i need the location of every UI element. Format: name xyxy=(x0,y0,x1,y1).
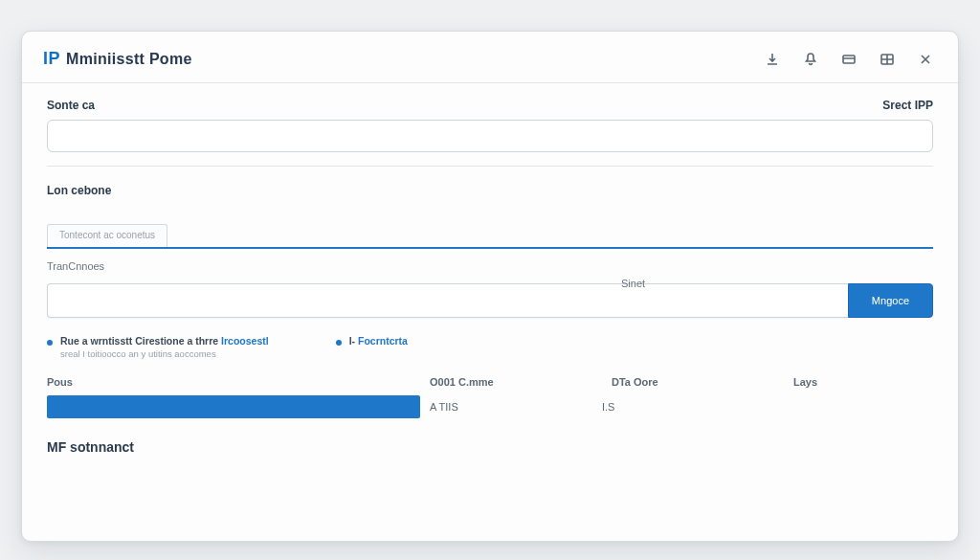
col-3-header: DTa Oore xyxy=(612,376,793,388)
app-window: IP Mminiisstt Pome Sonte ca xyxy=(21,31,959,542)
connection-section: Lon cebone Tontecont ac oconetus TranCnn… xyxy=(47,167,933,455)
download-icon[interactable] xyxy=(765,52,780,67)
progress-bar xyxy=(47,395,420,418)
source-section: Sonte ca Srect IPP xyxy=(47,99,933,167)
tip-1-title: Rue a wrntisstt Cirestione a thrre Ircoo… xyxy=(60,335,269,347)
cell-2: A TIIS xyxy=(420,401,602,413)
tip-1: Rue a wrntisstt Cirestione a thrre Ircoo… xyxy=(47,335,269,359)
brand: IP Mminiisstt Pome xyxy=(43,49,192,69)
source-input[interactable] xyxy=(47,120,933,152)
source-labels: Sonte ca Srect IPP xyxy=(47,99,933,112)
col-2-header: O001 C.mme xyxy=(430,376,612,388)
action-row: Mngoce xyxy=(47,283,933,318)
manage-button[interactable]: Mngoce xyxy=(848,283,933,318)
tip-2-title: I- Focrntcrta xyxy=(349,335,408,347)
tab-primary[interactable]: Tontecont ac oconetus xyxy=(47,224,167,247)
window-body: Sonte ca Srect IPP Lon cebone Tontecont … xyxy=(22,83,958,455)
header-icon-group xyxy=(765,52,933,67)
bullet-icon xyxy=(336,340,342,346)
source-label: Sonte ca xyxy=(47,99,95,112)
tips-row: Rue a wrntisstt Cirestione a thrre Ircoo… xyxy=(47,335,933,359)
footer-label: MF sotnnanct xyxy=(47,439,933,455)
svg-rect-0 xyxy=(843,56,855,63)
connection-label: Lon cebone xyxy=(47,184,933,197)
brand-mark: IP xyxy=(43,49,60,69)
tip-2: I- Focrntcrta xyxy=(336,335,408,359)
brand-title: Mminiisstt Pome xyxy=(66,51,192,68)
tip-1-subtitle: sreal I toitioocco an y utitins aoccomes xyxy=(60,348,269,359)
col-4-header: Lays xyxy=(793,376,933,388)
bell-icon[interactable] xyxy=(803,52,818,67)
cell-3: I.S xyxy=(602,401,784,413)
secondary-label: Sinet xyxy=(621,278,645,289)
close-icon[interactable] xyxy=(918,52,933,67)
window-header: IP Mminiisstt Pome xyxy=(22,32,958,83)
tab-strip: Tontecont ac oconetus xyxy=(47,224,933,249)
data-header: Pous O001 C.mme DTa Oore Lays xyxy=(47,376,933,388)
col-1-header: Pous xyxy=(47,376,430,388)
bullet-icon xyxy=(47,340,53,346)
data-row: A TIIS I.S xyxy=(47,395,933,418)
card-icon[interactable] xyxy=(841,52,857,67)
action-input[interactable] xyxy=(47,283,848,318)
trace-label: TranCnnoes xyxy=(47,260,104,272)
select-ip-label: Srect IPP xyxy=(882,99,933,112)
grid-icon[interactable] xyxy=(880,52,895,67)
